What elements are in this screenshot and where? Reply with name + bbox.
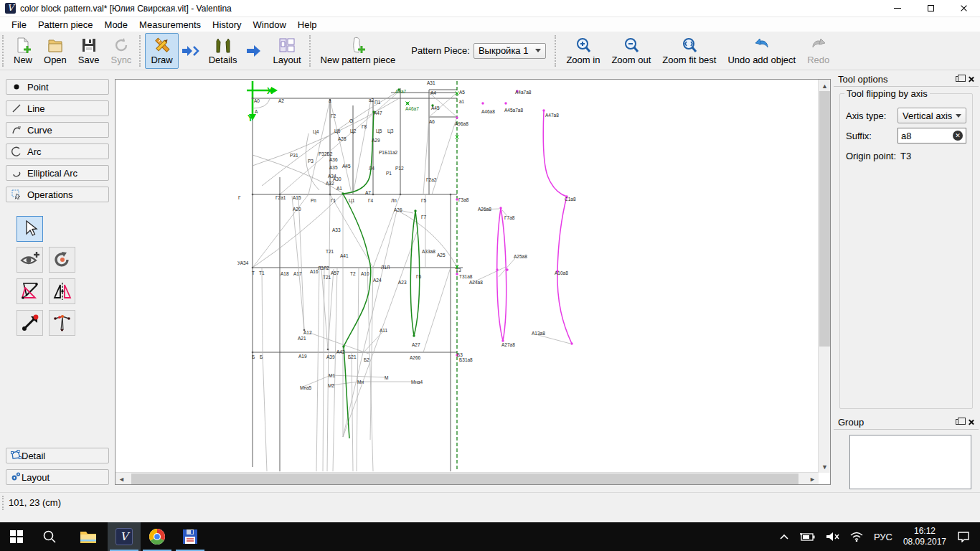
scroll-up-icon[interactable]: ▲ — [819, 80, 831, 92]
svg-text:А96а8: А96а8 — [455, 121, 468, 126]
action-center-icon[interactable] — [952, 522, 980, 551]
zoom-out-button[interactable]: Zoom out — [606, 33, 656, 69]
taskbar-clock[interactable]: 16:12 08.09.2017 — [897, 526, 952, 547]
group-list[interactable] — [849, 435, 971, 489]
detail-mode-button[interactable]: Detail — [6, 448, 109, 463]
taskbar-chrome[interactable] — [141, 522, 174, 551]
true-darts-icon — [53, 314, 72, 332]
toolbox-category-operations[interactable]: Operations — [6, 187, 109, 202]
vertical-scroll-thumb[interactable] — [819, 91, 830, 347]
tool-move[interactable] — [17, 310, 43, 336]
tool-flip-by-axis[interactable] — [49, 278, 75, 304]
tool-group-visibility[interactable] — [17, 247, 43, 273]
zoom-fit-best-button[interactable]: Zoom fit best — [656, 33, 722, 69]
tray-chevron-icon[interactable] — [774, 522, 794, 551]
language-indicator[interactable]: РУС — [869, 522, 897, 551]
taskbar-file-explorer[interactable] — [72, 522, 105, 551]
menu-mode[interactable]: Mode — [99, 18, 134, 32]
open-button[interactable]: Open — [38, 33, 72, 69]
close-icon — [960, 4, 968, 12]
svg-text:Б2: Б2 — [364, 357, 369, 362]
toolbox-category-line[interactable]: Line — [6, 100, 109, 116]
layout-mode-button[interactable]: Layout — [267, 33, 306, 69]
scroll-right-icon[interactable]: ► — [806, 473, 819, 485]
pattern-drawing[interactable]: XYА0АА2аа2П1Г2OА47Г8А31А4А5а1А9а7А46а7А4… — [116, 80, 830, 484]
menu-file[interactable]: File — [6, 18, 32, 32]
save-button[interactable]: Save — [72, 33, 105, 69]
svg-text:Ц1: Ц1 — [349, 198, 355, 204]
toolbox-category-point[interactable]: Point — [6, 79, 109, 95]
arc-label: Arc — [27, 146, 42, 157]
groupbox-title: Tool flipping by axis — [844, 88, 930, 99]
axis-type-select[interactable]: Vertical axis — [897, 108, 966, 123]
vertical-scrollbar[interactable]: ▲ ▼ — [818, 80, 830, 473]
statusbar-handle — [2, 496, 4, 510]
suffix-label: Suffix: — [846, 131, 897, 141]
zoom-in-button[interactable]: Zoom in — [560, 33, 606, 69]
tool-true-darts[interactable] — [49, 310, 75, 336]
close-panel-icon[interactable] — [968, 76, 974, 83]
tool-select-arrow[interactable] — [17, 216, 43, 242]
volume-muted-icon[interactable] — [820, 522, 844, 551]
curve-label: Curve — [27, 125, 52, 136]
svg-text:Мна5: Мна5 — [300, 385, 312, 390]
svg-text:А12: А12 — [303, 330, 312, 335]
start-button[interactable] — [0, 522, 33, 551]
toolbox-category-arc[interactable]: Arc — [6, 143, 109, 159]
menu-pattern-piece[interactable]: Pattern piece — [32, 18, 99, 32]
svg-text:Г7: Г7 — [421, 215, 427, 220]
valentina-taskbar-icon: V — [116, 528, 133, 545]
svg-text:Р1: Р1 — [386, 171, 392, 176]
undo-button[interactable]: Undo add object — [722, 33, 801, 69]
svg-text:М: М — [385, 375, 388, 380]
svg-text:Т2: Т2 — [350, 271, 356, 276]
pattern-piece-select[interactable]: Выкройка 1 — [473, 43, 546, 59]
floppy-app-icon — [182, 528, 199, 545]
new-pattern-piece-button[interactable]: New pattern piece — [315, 33, 402, 69]
svg-text:А36: А36 — [329, 157, 338, 162]
horizontal-scrollbar[interactable]: ◄ ► — [116, 472, 819, 484]
svg-text:А17: А17 — [293, 271, 302, 276]
menu-history[interactable]: History — [207, 18, 247, 32]
maximize-button[interactable] — [914, 0, 947, 17]
save-button-label: Save — [78, 55, 100, 65]
zoom-fit-best-icon — [681, 37, 698, 54]
close-button[interactable] — [947, 0, 980, 17]
svg-text:А45: А45 — [431, 105, 440, 110]
svg-text:А42: А42 — [336, 349, 345, 354]
menu-measurements[interactable]: Measurements — [133, 18, 207, 32]
svg-text:Б3: Б3 — [457, 352, 463, 357]
suffix-field[interactable] — [901, 131, 953, 141]
file-explorer-icon — [80, 529, 97, 544]
toolbox-category-curve[interactable]: Curve — [6, 122, 109, 138]
wifi-icon[interactable] — [844, 522, 869, 551]
menu-window[interactable]: Window — [248, 18, 292, 32]
scroll-down-icon[interactable]: ▼ — [819, 461, 831, 473]
pattern-canvas[interactable]: XYА0АА2аа2П1Г2OА47Г8А31А4А5а1А9а7А46а7А4… — [115, 79, 831, 485]
details-mode-button[interactable]: Details — [203, 33, 243, 69]
tool-flip-by-line[interactable] — [17, 278, 43, 304]
new-button[interactable]: New — [8, 33, 38, 69]
taskbar-search-button[interactable] — [33, 522, 66, 551]
svg-text:А10: А10 — [361, 271, 369, 276]
float-panel-icon[interactable] — [956, 76, 962, 82]
svg-text:Л4: Л4 — [369, 166, 374, 171]
draw-mode-button[interactable]: Draw — [145, 33, 178, 69]
minimize-button[interactable] — [881, 0, 914, 17]
layout-mode-button-side[interactable]: Layout — [6, 469, 109, 485]
toolbox-category-elliptical-arc[interactable]: Elliptical Arc — [6, 165, 109, 181]
close-panel-icon[interactable] — [968, 419, 974, 425]
menu-help[interactable]: Help — [292, 18, 323, 32]
clear-input-icon[interactable]: ✕ — [953, 131, 963, 141]
scroll-left-icon[interactable]: ◄ — [116, 473, 128, 485]
select-arrow-icon — [21, 220, 39, 238]
svg-text:А6: А6 — [429, 119, 435, 124]
taskbar-valentina[interactable]: V — [108, 522, 141, 551]
tool-rotate[interactable] — [49, 247, 75, 273]
taskbar-save-app[interactable] — [174, 522, 207, 551]
battery-icon[interactable] — [794, 522, 820, 551]
svg-text:П1: П1 — [374, 100, 381, 105]
float-panel-icon[interactable] — [956, 419, 962, 425]
zoom-in-icon — [575, 37, 592, 54]
horizontal-scroll-thumb[interactable] — [131, 474, 798, 484]
